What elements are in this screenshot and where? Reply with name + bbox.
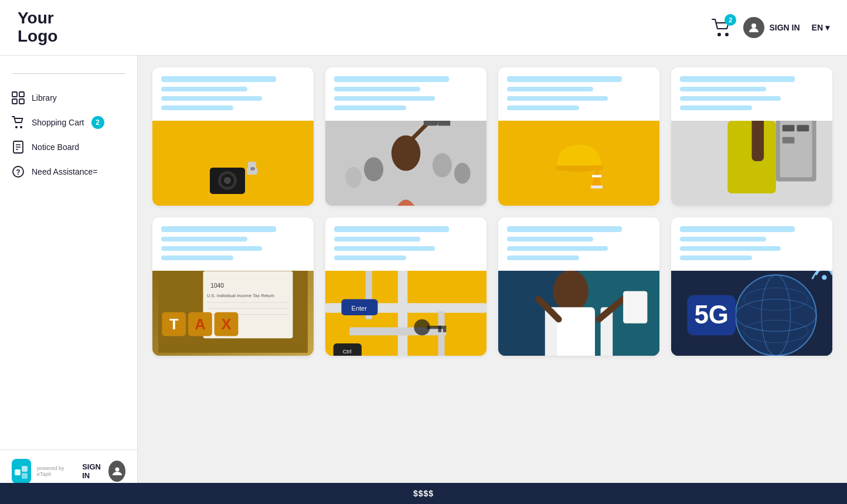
card-placeholder-1c (161, 96, 262, 101)
svg-point-2 (751, 23, 756, 28)
svg-rect-3 (12, 92, 17, 97)
svg-point-8 (20, 126, 22, 128)
card-placeholder-4d (680, 105, 752, 110)
sidebar-sign-in-button[interactable]: SIGN IN (82, 461, 125, 482)
svg-rect-70 (443, 326, 447, 332)
svg-point-91 (822, 275, 826, 280)
content-area: $$$$ (138, 56, 847, 504)
sidebar-user-icon (108, 461, 125, 482)
svg-text:T: T (169, 316, 179, 332)
card-placeholder-1b (161, 87, 247, 91)
sidebar: Library Shopping Cart 2 Notice Board (0, 56, 138, 504)
svg-rect-45 (783, 125, 795, 131)
svg-point-22 (224, 177, 231, 184)
card-top-6 (325, 217, 487, 271)
chevron-down-icon: ▾ (825, 23, 829, 32)
card-top-4 (671, 67, 832, 121)
header-sign-in-label: SIGN IN (769, 23, 800, 32)
course-card-7[interactable]: $$$$ (498, 217, 659, 356)
svg-rect-15 (15, 469, 21, 475)
header-cart-button[interactable]: 2 (712, 19, 732, 36)
card-top-3 (498, 67, 659, 121)
tapit-logo-icon (13, 464, 29, 479)
svg-text:Enter: Enter (352, 305, 368, 312)
svg-rect-39 (592, 175, 601, 178)
sidebar-item-library[interactable]: Library (0, 86, 137, 110)
svg-point-33 (454, 163, 471, 184)
svg-point-0 (717, 33, 721, 36)
course-card-1[interactable]: $$$$ (152, 67, 314, 206)
sidebar-item-shopping-cart[interactable]: Shopping Cart 2 (0, 110, 137, 135)
card-placeholder-4c (680, 96, 781, 101)
help-icon: ? (12, 165, 25, 178)
user-icon-small (112, 466, 123, 476)
svg-rect-17 (22, 473, 28, 479)
doctor-image (498, 271, 659, 356)
worker-image (671, 121, 832, 206)
logo: Your Logo (18, 9, 147, 46)
sidebar-cart-label: Shopping Cart (32, 118, 84, 127)
fiveg-image: 5G (671, 271, 832, 356)
logo-line2: Logo (18, 27, 57, 45)
svg-point-25 (250, 167, 255, 171)
card-placeholder-5b (161, 237, 247, 241)
card-placeholder-5a (161, 226, 276, 232)
card-top-7 (498, 217, 659, 271)
svg-rect-4 (19, 92, 24, 97)
card-placeholder-2a (334, 76, 449, 82)
powered-text: powered by eTapit (37, 465, 70, 477)
svg-point-18 (115, 468, 119, 472)
course-card-3[interactable]: IN CART (498, 67, 659, 206)
course-card-5[interactable]: 1040 U.S. Individual Income Tax Return T… (152, 217, 314, 356)
svg-point-31 (364, 157, 383, 181)
sidebar-sign-in-label: SIGN IN (82, 462, 105, 480)
cart-sidebar-icon (12, 116, 25, 129)
course-card-6[interactable]: Enter Ctrl $$$$ (325, 217, 487, 356)
svg-point-32 (433, 153, 452, 177)
card-placeholder-6b (334, 237, 420, 241)
card-image-8: 5G (671, 271, 832, 356)
header-sign-in-button[interactable]: SIGN IN (743, 17, 800, 38)
course-card-2[interactable]: IN CART (325, 67, 487, 206)
svg-rect-42 (752, 121, 764, 161)
svg-rect-47 (783, 137, 795, 144)
svg-point-1 (725, 33, 729, 36)
card-top-5 (152, 217, 314, 271)
svg-text:5G: 5G (694, 300, 729, 329)
card-image-4 (671, 121, 832, 206)
card-placeholder-6c (334, 246, 435, 251)
course-card-4[interactable]: ENROLLED (671, 67, 832, 206)
card-placeholder-8c (680, 246, 781, 251)
svg-rect-69 (438, 326, 442, 332)
document-icon (12, 141, 25, 154)
card-placeholder-8b (680, 237, 766, 241)
user-silhouette-icon (748, 22, 760, 33)
card-placeholder-2d (334, 105, 406, 110)
svg-point-86 (736, 275, 817, 356)
card-placeholder-1d (161, 105, 233, 110)
card-placeholder-2b (334, 87, 420, 91)
card-placeholder-4b (680, 87, 766, 91)
header-user-icon (743, 17, 764, 38)
header: Your Logo 2 SIGN IN EN ▾ (0, 0, 847, 56)
svg-text:?: ? (16, 168, 20, 176)
sidebar-cart-badge: 2 (91, 116, 104, 129)
card-placeholder-6d (334, 256, 406, 260)
card-placeholder-7d (507, 256, 579, 260)
card-top-8 (671, 217, 832, 271)
svg-point-27 (392, 135, 421, 171)
sidebar-divider (12, 73, 125, 74)
sidebar-item-notice-board[interactable]: Notice Board (0, 135, 137, 159)
card-image-5: 1040 U.S. Individual Income Tax Return T… (152, 271, 314, 356)
grid-icon (12, 91, 25, 104)
course-card-8[interactable]: 5G $$$$ (671, 217, 832, 356)
sidebar-assistance-label: Need Assistance= (32, 167, 97, 176)
language-selector[interactable]: EN ▾ (812, 23, 829, 32)
logo-line1: Your (18, 9, 54, 27)
powered-by: powered by eTapit (37, 465, 70, 477)
card-placeholder-8a (680, 226, 795, 232)
card-image-1 (152, 121, 314, 206)
sidebar-item-need-assistance[interactable]: ? Need Assistance= (0, 159, 137, 184)
card-placeholder-5d (161, 256, 233, 260)
svg-rect-38 (591, 186, 603, 189)
